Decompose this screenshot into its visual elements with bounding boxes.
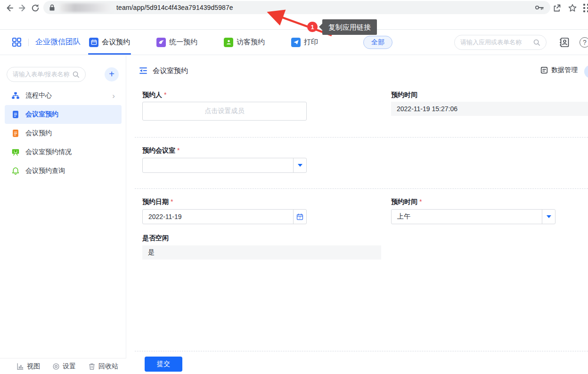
field-label-reserve-period: 预约时间*: [391, 198, 422, 206]
label-text: 预约会议室: [142, 146, 175, 154]
reserve-period-value: 上午: [392, 210, 542, 224]
views-button[interactable]: 视图: [16, 362, 40, 371]
reserver-member-picker[interactable]: 点击设置成员: [142, 102, 307, 121]
gear-icon: [52, 363, 60, 370]
apps-grid-icon[interactable]: [12, 37, 22, 47]
search-icon: [533, 39, 540, 46]
app-search-placeholder: 请输入应用或表单名称: [460, 38, 530, 47]
redacted-url-segment: [60, 3, 113, 12]
is-free-readonly-field: 是: [142, 245, 381, 260]
reserve-date-value: 2022-11-19: [143, 210, 293, 224]
label-text: 预约日期: [142, 198, 169, 205]
key-icon[interactable]: [534, 4, 545, 11]
created-time-value: 2022-11-19 15:27:06: [397, 105, 457, 113]
required-mark: *: [419, 198, 422, 205]
data-manage-icon: [540, 66, 548, 74]
recycle-bin-label: 回收站: [98, 362, 118, 371]
sidebar-item-label: 会议预约查询: [25, 167, 65, 175]
url-text: team/app/5d914c4f43ea791439d5987e: [116, 4, 233, 11]
all-apps-pill[interactable]: 全部: [363, 36, 392, 49]
label-text: 预约时间: [391, 91, 417, 98]
settings-button[interactable]: 设置: [52, 362, 76, 371]
required-mark: *: [164, 91, 166, 98]
app-search-input[interactable]: 请输入应用或表单名称: [454, 35, 547, 50]
recycle-bin-button[interactable]: 回收站: [88, 362, 118, 371]
created-time-readonly-field: 2022-11-19 15:27:06: [391, 102, 588, 116]
add-form-button[interactable]: +: [105, 67, 119, 81]
data-manage-button[interactable]: 数据管理: [540, 66, 578, 74]
annotation-tooltip: 复制应用链接: [322, 19, 377, 35]
browser-forward-button[interactable]: [17, 2, 28, 14]
browser-back-button[interactable]: [4, 2, 15, 14]
collapse-sidebar-icon[interactable]: [139, 66, 148, 75]
section-divider: [135, 137, 588, 138]
address-bar[interactable]: team/app/5d914c4f43ea791439d5987e: [43, 1, 550, 14]
dashboard-icon: [11, 148, 20, 156]
date-picker-button[interactable]: 7: [293, 210, 306, 224]
reserve-period-select[interactable]: 上午: [391, 209, 555, 224]
form-search-input[interactable]: 请输入表单/报表名称: [7, 67, 86, 82]
help-icon[interactable]: ?: [580, 37, 588, 48]
bell-icon: [11, 167, 20, 175]
browser-reload-button[interactable]: [30, 2, 41, 14]
settings-label: 设置: [63, 362, 76, 371]
footer-divider: [135, 351, 588, 351]
bookmark-star-icon[interactable]: [567, 2, 578, 14]
sidebar-item-meeting-reserve[interactable]: 会议预约: [5, 124, 122, 143]
share-icon[interactable]: [551, 2, 563, 14]
field-label-meeting-room: 预约会议室*: [142, 146, 180, 155]
tab-label: 打印: [304, 38, 318, 47]
tab-meeting-reserve[interactable]: 会议预约: [89, 30, 130, 55]
sidebar: 请输入表单/报表名称 + 流程中心 › 会议室预约: [0, 56, 126, 374]
meeting-room-select[interactable]: [142, 158, 307, 173]
svg-text:7: 7: [299, 216, 301, 220]
tab-visitor-reserve[interactable]: 访客预约: [224, 30, 265, 55]
browser-toolbar: team/app/5d914c4f43ea791439d5987e: [0, 0, 588, 30]
field-label-reserve-date: 预约日期*: [142, 198, 173, 206]
chevron-down-icon: [298, 164, 302, 167]
required-mark: *: [177, 146, 180, 154]
required-mark: *: [171, 198, 173, 205]
chart-icon: [16, 363, 24, 370]
unified-app-icon: [156, 38, 166, 47]
submit-button[interactable]: 提交: [145, 357, 182, 372]
label-text: 预约人: [142, 91, 162, 98]
section-divider: [135, 188, 588, 189]
reserve-date-input[interactable]: 2022-11-19 7: [142, 209, 307, 224]
sidebar-item-label: 会议室预约: [25, 110, 58, 119]
tab-label: 访客预约: [237, 38, 265, 47]
page: team/app/5d914c4f43ea791439d5987e 企业微信团队: [0, 0, 588, 374]
trash-icon: [88, 363, 96, 370]
workspace-name[interactable]: 企业微信团队: [35, 37, 81, 47]
tab-unified-reserve[interactable]: 统一预约: [156, 30, 197, 55]
views-label: 视图: [27, 362, 40, 371]
sidebar-item-meeting-room-reserve[interactable]: 会议室预约: [5, 105, 122, 124]
browser-menu-icon[interactable]: [583, 4, 588, 12]
chevron-right-icon: ›: [112, 92, 115, 100]
main-content: 会议室预约 数据管理 预约人* 点击设置成员 预约时间 2022-11-19 1…: [126, 56, 588, 374]
tab-label: 统一预约: [169, 38, 197, 47]
sidebar-item-reserve-query[interactable]: 会议预约查询: [5, 162, 122, 180]
form-icon: [11, 129, 20, 138]
field-label-is-free: 是否空闲: [142, 234, 169, 243]
edge-cutoff-button[interactable]: [584, 65, 588, 78]
lock-icon[interactable]: [49, 4, 55, 11]
chevron-down-icon: [547, 215, 551, 218]
contact-book-icon[interactable]: [559, 37, 570, 48]
dropdown-button[interactable]: [542, 210, 555, 224]
nav-divider: [28, 39, 29, 46]
sidebar-item-label: 会议室预约情况: [25, 148, 72, 156]
tab-label: 会议预约: [102, 38, 130, 47]
dropdown-button[interactable]: [293, 158, 306, 172]
form-icon: [11, 110, 20, 119]
annotation-step-badge: 1: [307, 22, 318, 32]
sidebar-item-workflow-center[interactable]: 流程中心 ›: [5, 86, 122, 105]
search-icon: [72, 71, 80, 78]
sidebar-item-room-status[interactable]: 会议室预约情况: [5, 143, 122, 162]
workflow-icon: [11, 91, 20, 100]
visitor-app-icon: [224, 38, 233, 47]
member-picker-placeholder: 点击设置成员: [205, 107, 245, 115]
sidebar-item-label: 流程中心: [25, 91, 52, 100]
meeting-app-icon: [89, 38, 98, 47]
tab-print[interactable]: 打印: [291, 30, 318, 55]
